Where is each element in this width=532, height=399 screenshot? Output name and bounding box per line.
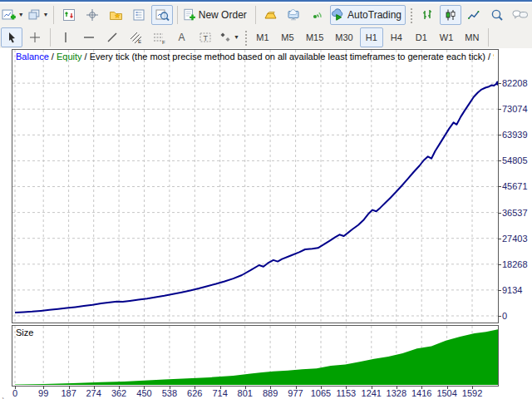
separator	[50, 28, 51, 47]
vertical-line-icon	[59, 31, 72, 44]
legend-quality: 99.90%	[493, 52, 494, 62]
x-axis-label: 1328	[387, 388, 406, 398]
x-axis-label: 626	[187, 388, 202, 398]
x-axis-tick	[472, 386, 473, 389]
favorites-button[interactable]	[105, 5, 126, 25]
size-bars-svg	[12, 326, 498, 386]
trendline-button[interactable]	[101, 27, 123, 47]
x-axis-tick	[296, 386, 297, 389]
text-icon: A	[175, 31, 189, 44]
y-axis-label: 27403	[502, 234, 528, 244]
y-axis-tick	[498, 316, 501, 317]
horizontal-line-button[interactable]	[78, 27, 100, 47]
timeframe-m5-button[interactable]: M5	[276, 27, 299, 47]
y-axis-tick	[498, 264, 501, 265]
bar-chart-button[interactable]	[416, 5, 438, 25]
timeframe-mn-button[interactable]: MN	[460, 27, 484, 47]
x-axis-tick	[195, 386, 195, 389]
line-chart-button[interactable]	[463, 5, 485, 25]
terminal-icon	[132, 8, 145, 22]
arrows-icon	[219, 31, 232, 44]
signals-button[interactable]	[307, 5, 328, 25]
profiles-icon	[27, 8, 42, 22]
drag-handle[interactable]	[409, 7, 413, 23]
crosshair-button[interactable]	[81, 5, 103, 25]
timeframe-h4-button[interactable]: H4	[385, 27, 408, 47]
candlestick-chart-button[interactable]	[440, 5, 461, 25]
gold-button[interactable]	[260, 5, 282, 25]
drag-handle[interactable]	[244, 29, 248, 46]
cursor-button[interactable]	[1, 27, 22, 47]
gold-ingot-icon	[264, 8, 278, 22]
mql5-community-button[interactable]	[283, 5, 305, 25]
y-axis-tick	[498, 213, 501, 214]
timeframe-w1-button[interactable]: W1	[435, 27, 459, 47]
text-button[interactable]: A	[171, 27, 193, 47]
chevron-down-icon[interactable]: ▼	[234, 34, 239, 40]
x-axis-tick	[220, 386, 221, 389]
fibonacci-icon: F	[152, 31, 166, 44]
profiles-button[interactable]: ▼	[27, 5, 50, 25]
x-axis-tick	[144, 386, 145, 389]
cursor-icon	[5, 31, 18, 44]
data-window-button[interactable]	[58, 5, 80, 25]
x-axis-label: 274	[86, 388, 101, 398]
new-order-icon	[183, 8, 195, 22]
svg-text:T: T	[204, 33, 209, 42]
y-axis-tick	[498, 109, 501, 110]
strategy-tester-button[interactable]	[151, 5, 173, 25]
crosshair-tool-icon	[28, 31, 42, 44]
new-order-button[interactable]: New Order	[182, 5, 250, 25]
crosshair-tool-button[interactable]	[24, 27, 46, 47]
terminal-button[interactable]	[128, 5, 150, 25]
timeframe-h1-button[interactable]: H1	[360, 27, 383, 47]
size-panel-label: Size	[16, 328, 33, 337]
x-axis-label: 450	[136, 388, 151, 398]
x-axis-label: 99	[38, 388, 48, 398]
chevron-down-icon[interactable]: ▼	[43, 12, 49, 17]
x-axis-tick	[421, 386, 422, 389]
x-axis-label: 977	[288, 388, 303, 398]
equidistant-channel-button[interactable]: E	[125, 27, 146, 47]
balance-chart-panel[interactable]: Balance / Equity / Every tick (the most …	[12, 49, 499, 323]
timeframe-m15-button[interactable]: M15	[301, 27, 328, 47]
legend-equity: Equity	[57, 52, 82, 62]
text-label-icon: T	[199, 31, 212, 44]
x-axis-label: 538	[162, 388, 177, 398]
x-axis-label: 187	[61, 388, 76, 398]
y-axis-label: 9134	[502, 285, 522, 295]
timeframe-m30-button[interactable]: M30	[330, 27, 357, 47]
arrows-button[interactable]: ▼	[218, 27, 240, 47]
x-axis-tick	[69, 386, 70, 389]
timeframe-d1-button[interactable]: D1	[410, 27, 433, 47]
x-axis-label: 1504	[436, 388, 456, 398]
trendline-icon	[106, 31, 119, 44]
chevron-down-icon[interactable]: ▼	[18, 12, 24, 17]
timeframe-m1-button[interactable]: M1	[251, 27, 274, 47]
x-axis-tick	[372, 386, 372, 389]
x-axis-label: 362	[111, 388, 126, 398]
y-axis-label: 36537	[502, 208, 528, 218]
y-axis-label: 45671	[502, 181, 528, 191]
x-axis-tick	[321, 386, 322, 389]
x-axis-tick	[447, 386, 448, 389]
x-axis-label: 889	[263, 388, 278, 398]
vertical-line-button[interactable]	[55, 27, 76, 47]
bar-chart-icon	[421, 8, 434, 22]
text-label-button[interactable]: T	[195, 27, 216, 47]
chat-icon	[512, 8, 529, 22]
x-axis-label: 1241	[362, 388, 382, 398]
autotrading-button[interactable]: AutoTrading	[330, 5, 406, 25]
x-axis-label: 714	[212, 388, 227, 398]
autotrading-icon	[331, 8, 345, 22]
zoom-in-button[interactable]	[486, 5, 508, 25]
y-axis-tick	[498, 290, 501, 291]
size-chart-panel[interactable]: Size	[12, 325, 499, 387]
chat-button[interactable]	[510, 5, 531, 25]
x-axis-label: 1592	[462, 388, 482, 398]
fibonacci-button[interactable]: F	[148, 27, 170, 47]
y-axis-label: 0	[502, 311, 507, 321]
separator	[488, 28, 489, 47]
new-chart-button[interactable]: ▼	[1, 5, 25, 25]
mql5-community-icon	[287, 8, 301, 22]
